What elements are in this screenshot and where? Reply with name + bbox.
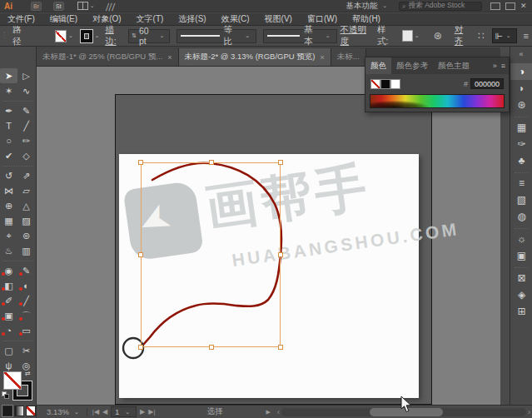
menu-item-视[interactable]: 视图(V) — [257, 13, 300, 25]
type-tool[interactable]: T — [0, 118, 17, 133]
stroke-weight-stepper[interactable]: ⇅ 60 pt ⌄ — [128, 29, 170, 43]
eraser-tool[interactable]: ◇ — [17, 148, 35, 163]
zoom-level-dropdown[interactable]: 3.13% ⌄ — [47, 407, 82, 416]
slice-tool[interactable]: ✂ — [17, 343, 35, 358]
stylus-tool[interactable]: ✎ — [17, 263, 35, 278]
gradient-tool[interactable]: ▨ — [17, 213, 35, 228]
color-mode-button[interactable] — [2, 406, 12, 416]
close-button[interactable]: ✕ — [520, 2, 530, 10]
3d-tool[interactable]: ◧ — [0, 278, 17, 293]
color-panel-tab-颜色[interactable]: 颜色 — [365, 57, 391, 74]
stock-search-input[interactable]: ⌕ 搜索 Adobe Stock — [399, 2, 482, 11]
mesh-tool[interactable]: ▦ — [0, 213, 17, 228]
paintbrush-tool[interactable]: ✏ — [17, 133, 35, 148]
horizontal-scroll-thumb[interactable] — [370, 408, 443, 416]
opacity-link[interactable]: 不透明度 — [341, 24, 372, 47]
recolor-artwork-panel-icon[interactable]: ⊛ — [510, 97, 532, 113]
brushes-panel-icon[interactable]: ✑ — [510, 136, 532, 152]
color-spectrum-bar[interactable] — [370, 94, 505, 108]
handle-middle-left[interactable] — [138, 252, 143, 257]
bridge-button[interactable]: Br — [31, 2, 42, 11]
magic-wand-tool[interactable]: ✶ — [0, 83, 17, 98]
previous-artboard-icon[interactable]: ◀ — [102, 408, 107, 416]
first-artboard-icon[interactable]: |◀ — [92, 408, 99, 416]
graphic-styles-panel-icon[interactable]: ▣ — [510, 247, 532, 264]
handle-middle-right[interactable] — [278, 252, 283, 257]
menu-item-对[interactable]: 对象(O) — [85, 13, 128, 25]
free-transform-tool[interactable]: ▱ — [17, 183, 35, 198]
menu-item-文[interactable]: 文字(T) — [129, 13, 172, 25]
stroke-caret-icon[interactable]: ⌄ — [94, 32, 99, 39]
color-guide-panel-icon[interactable]: ◗ — [510, 80, 532, 97]
rotate-tool[interactable]: ↺ — [0, 168, 17, 183]
stroke-weight-value[interactable]: 60 pt — [139, 26, 155, 46]
scroll-right-icon[interactable]: › — [526, 408, 532, 416]
lasso-tool[interactable]: ∿ — [17, 83, 35, 98]
stroke-panel-icon[interactable]: ≡ — [510, 175, 532, 192]
panel-overflow-icon[interactable]: » — [493, 62, 497, 70]
handle-top-right[interactable] — [278, 160, 283, 165]
stroke-color-swatch[interactable] — [81, 30, 92, 42]
symbols-panel-icon[interactable]: ♣ — [510, 152, 532, 169]
line-segment-tool[interactable]: ╱ — [17, 118, 35, 133]
stroke-weight-caret-icon[interactable]: ⌄ — [159, 32, 164, 39]
shape-builder-tool[interactable]: ⊕ — [0, 198, 17, 213]
transform-icon[interactable]: ∷ — [478, 30, 485, 42]
minimize-button[interactable] — [490, 2, 500, 10]
panel-gripper[interactable]: ⋮ — [1, 34, 7, 37]
fill-color-swatch[interactable] — [55, 30, 67, 42]
panel-menu-icon[interactable]: ≡ — [501, 62, 505, 70]
default-fill-stroke-icon[interactable] — [2, 391, 10, 400]
horizontal-scroll-track[interactable] — [281, 408, 526, 416]
tab-close-icon[interactable]: × — [320, 53, 324, 62]
fill-caret-icon[interactable]: ⌄ — [68, 32, 73, 39]
gradient-mode-button[interactable] — [14, 406, 24, 416]
workspace-switcher[interactable]: 基本功能 ⌄ — [346, 1, 387, 12]
rotate-view-tool[interactable]: ◔ — [0, 323, 17, 338]
menu-item-选[interactable]: 选择(S) — [171, 13, 213, 25]
white-swatch[interactable] — [390, 79, 400, 89]
swap-fill-stroke-icon[interactable]: ⇄ — [25, 370, 31, 377]
artboards-panel-icon[interactable]: ⊞ — [510, 303, 532, 320]
measure-tool[interactable]: ▭ — [17, 323, 35, 338]
document-tab-2[interactable]: 未标题-2* @ 3.13% (RGB/GPU 预览)× — [179, 48, 331, 66]
ellipse-tool[interactable]: ○ — [0, 133, 17, 148]
column-graph-tool[interactable]: ▥ — [17, 243, 35, 258]
canvas-area[interactable]: ➤ 画帮手 HUABANGSHOU.COM ⌃ ⌄ — [37, 67, 500, 405]
palette-tool[interactable]: ◐ — [17, 278, 35, 293]
horizontal-scrollbar[interactable]: ‹ › — [276, 407, 532, 417]
none-mode-button[interactable] — [26, 406, 36, 416]
scale-tool[interactable]: ⇗ — [17, 168, 35, 183]
hex-value-field[interactable]: 000000 — [470, 78, 504, 89]
menu-item-编[interactable]: 编辑(E) — [42, 13, 85, 25]
frame-tool[interactable]: ▣ — [0, 308, 17, 323]
menu-item-窗[interactable]: 窗口(W) — [300, 13, 345, 25]
annotate-pen-tool[interactable]: ✐ — [0, 293, 17, 308]
artboard-tool[interactable]: ▢ — [0, 343, 17, 358]
style-swatch[interactable] — [402, 30, 413, 42]
arc-tool[interactable]: ⌒ — [17, 308, 35, 323]
color-panel-icon[interactable]: ◑ — [510, 63, 532, 80]
restore-button[interactable] — [505, 2, 515, 10]
menu-item-效[interactable]: 效果(C) — [214, 13, 257, 25]
blend-tool[interactable]: ⊚ — [17, 228, 35, 243]
align-to-dropdown[interactable]: ⊩ ⌄ — [492, 28, 517, 43]
stroke-weight-label[interactable]: 描边: — [105, 24, 123, 47]
handle-top-middle[interactable] — [209, 160, 214, 165]
knife-tool[interactable]: ╱ — [17, 293, 35, 308]
share-icon[interactable]: ||| — [104, 2, 117, 11]
swatches-panel-icon[interactable]: ▦ — [510, 119, 532, 136]
style-caret-icon[interactable]: ⌄ — [415, 32, 420, 39]
recolor-artwork-icon[interactable]: ⊛ — [434, 30, 442, 42]
color-panel-tab-颜色主题[interactable]: 颜色主题 — [433, 57, 475, 74]
handle-top-left[interactable] — [138, 160, 143, 165]
width-profile-dropdown[interactable]: 等比 ⌄ — [177, 29, 256, 43]
document-tab-3[interactable]: 未标... — [331, 48, 366, 66]
brush-definition-dropdown[interactable]: 基本 ⌄ — [263, 29, 337, 43]
scroll-left-icon[interactable]: ‹ — [276, 408, 281, 416]
tab-close-icon[interactable]: × — [167, 53, 172, 62]
align-link[interactable]: 对齐 — [455, 24, 470, 47]
appearance-panel-icon[interactable]: ☼ — [510, 231, 532, 247]
last-artboard-icon[interactable]: ▶| — [148, 408, 155, 416]
handle-bottom-right[interactable] — [278, 345, 283, 350]
